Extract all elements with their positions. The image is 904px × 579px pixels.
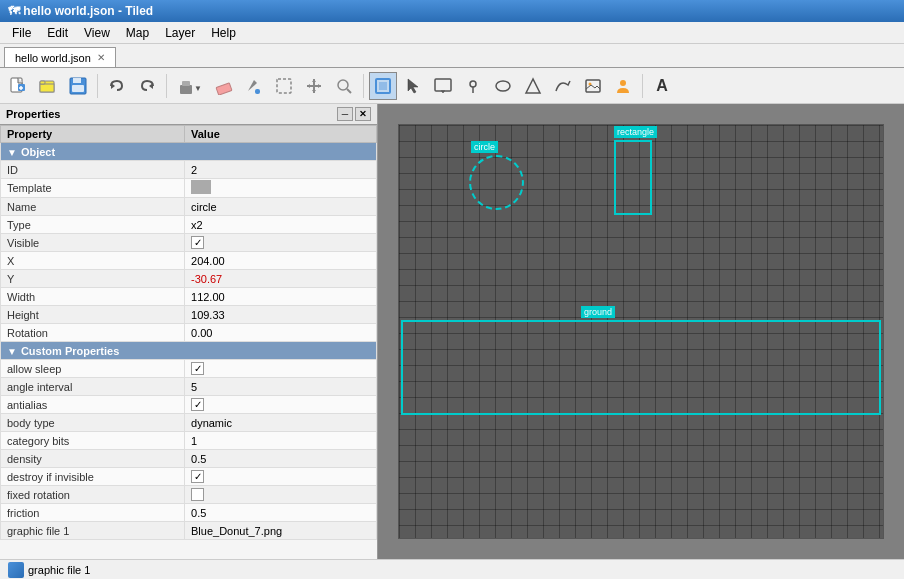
prop-value bbox=[185, 179, 377, 198]
props-table: Property Value ▼ObjectID2TemplateNamecir… bbox=[0, 125, 377, 540]
toolbar-move-btn[interactable] bbox=[300, 72, 328, 100]
menu-bar: File Edit View Map Layer Help bbox=[0, 22, 904, 44]
prop-name: Type bbox=[1, 216, 185, 234]
menu-edit[interactable]: Edit bbox=[39, 24, 76, 42]
new-icon bbox=[9, 77, 27, 95]
status-bar: graphic file 1 bbox=[0, 559, 904, 579]
toolbar-pin-btn[interactable] bbox=[459, 72, 487, 100]
svg-marker-11 bbox=[149, 83, 153, 89]
checkbox[interactable]: ✓ bbox=[191, 398, 204, 411]
svg-rect-8 bbox=[73, 78, 81, 83]
col-property: Property bbox=[1, 126, 185, 143]
prop-name: Rotation bbox=[1, 324, 185, 342]
checkbox[interactable] bbox=[191, 488, 204, 501]
prop-name: Width bbox=[1, 288, 185, 306]
properties-title: Properties bbox=[6, 108, 60, 120]
tab-close-button[interactable]: ✕ bbox=[97, 52, 105, 63]
svg-rect-9 bbox=[72, 85, 84, 92]
prop-value[interactable]: 0.00 bbox=[185, 324, 377, 342]
properties-header: Properties ─ ✕ bbox=[0, 104, 377, 125]
toolbar-save-btn[interactable] bbox=[64, 72, 92, 100]
properties-controls: ─ ✕ bbox=[337, 107, 371, 121]
menu-file[interactable]: File bbox=[4, 24, 39, 42]
fill-icon bbox=[245, 77, 263, 95]
svg-point-29 bbox=[470, 81, 476, 87]
toolbar-fill-btn[interactable] bbox=[240, 72, 268, 100]
section-label: ▼Object bbox=[1, 143, 377, 161]
checkbox-cell: ✓ bbox=[191, 236, 370, 249]
prop-value[interactable]: 2 bbox=[185, 161, 377, 179]
toolbar-text-btn[interactable]: A bbox=[648, 72, 676, 100]
avatar-icon bbox=[614, 77, 632, 95]
prop-value[interactable]: 5 bbox=[185, 378, 377, 396]
tab-label: hello world.json bbox=[15, 52, 91, 64]
toolbar-stamp-btn[interactable]: ▼ bbox=[172, 72, 208, 100]
props-table-container: Property Value ▼ObjectID2TemplateNamecir… bbox=[0, 125, 377, 559]
prop-name: Visible bbox=[1, 234, 185, 252]
svg-rect-25 bbox=[379, 82, 387, 90]
toolbar-redo-btn[interactable] bbox=[133, 72, 161, 100]
prop-name: X bbox=[1, 252, 185, 270]
toolbar-zoom-btn[interactable] bbox=[330, 72, 358, 100]
tiled-canvas: circle rectangle ground bbox=[398, 124, 884, 539]
svg-marker-31 bbox=[526, 79, 540, 93]
canvas-area[interactable]: circle rectangle ground bbox=[378, 104, 904, 559]
tab-hello-world[interactable]: hello world.json ✕ bbox=[4, 47, 116, 67]
toolbar-undo-btn[interactable] bbox=[103, 72, 131, 100]
circle-shape bbox=[469, 155, 524, 210]
prop-value[interactable]: 109.33 bbox=[185, 306, 377, 324]
toolbar-open-btn[interactable] bbox=[34, 72, 62, 100]
save-icon bbox=[69, 77, 87, 95]
toolbar-triangle-btn[interactable] bbox=[519, 72, 547, 100]
close-panel-btn[interactable]: ✕ bbox=[355, 107, 371, 121]
toolbar-path-btn[interactable] bbox=[549, 72, 577, 100]
prop-value[interactable]: Blue_Donut_7.png bbox=[185, 522, 377, 540]
checkbox-cell: ✓ bbox=[191, 398, 370, 411]
toolbar-ellipse-btn[interactable] bbox=[489, 72, 517, 100]
triangle-icon bbox=[524, 77, 542, 95]
menu-help[interactable]: Help bbox=[203, 24, 244, 42]
prop-value[interactable]: 0.5 bbox=[185, 450, 377, 468]
rectangle-shape bbox=[614, 140, 652, 215]
svg-marker-21 bbox=[318, 84, 321, 88]
svg-text:▼: ▼ bbox=[194, 84, 201, 93]
status-graphic: graphic file 1 bbox=[8, 562, 90, 578]
toolbar-avatar-btn[interactable] bbox=[609, 72, 637, 100]
prop-name: fixed rotation bbox=[1, 486, 185, 504]
prop-value[interactable]: x2 bbox=[185, 216, 377, 234]
toolbar-image-btn[interactable] bbox=[579, 72, 607, 100]
prop-name: body type bbox=[1, 414, 185, 432]
toolbar: ▼ bbox=[0, 68, 904, 104]
prop-value[interactable]: dynamic bbox=[185, 414, 377, 432]
eraser-icon bbox=[215, 77, 233, 95]
toolbar-eraser-btn[interactable] bbox=[210, 72, 238, 100]
prop-name: Y bbox=[1, 270, 185, 288]
prop-value[interactable]: circle bbox=[185, 198, 377, 216]
toolbar-obj-mode-btn[interactable] bbox=[369, 72, 397, 100]
prop-value[interactable]: 112.00 bbox=[185, 288, 377, 306]
col-value: Value bbox=[185, 126, 377, 143]
toolbar-select-btn[interactable] bbox=[270, 72, 298, 100]
text-icon: A bbox=[656, 77, 668, 95]
stamp-icon: ▼ bbox=[179, 77, 201, 95]
checkbox-cell bbox=[191, 488, 370, 501]
prop-value: ✓ bbox=[185, 234, 377, 252]
checkbox[interactable]: ✓ bbox=[191, 236, 204, 249]
toolbar-monitor-btn[interactable] bbox=[429, 72, 457, 100]
image-icon bbox=[584, 77, 602, 95]
toolbar-new-btn[interactable] bbox=[4, 72, 32, 100]
toolbar-pointer-btn[interactable] bbox=[399, 72, 427, 100]
prop-value[interactable]: -30.67 bbox=[185, 270, 377, 288]
prop-name: antialias bbox=[1, 396, 185, 414]
minimize-btn[interactable]: ─ bbox=[337, 107, 353, 121]
checkbox[interactable]: ✓ bbox=[191, 362, 204, 375]
menu-view[interactable]: View bbox=[76, 24, 118, 42]
status-graphic-label: graphic file 1 bbox=[28, 564, 90, 576]
checkbox[interactable]: ✓ bbox=[191, 470, 204, 483]
prop-value[interactable]: 204.00 bbox=[185, 252, 377, 270]
checkbox-cell: ✓ bbox=[191, 470, 370, 483]
menu-map[interactable]: Map bbox=[118, 24, 157, 42]
prop-value[interactable]: 1 bbox=[185, 432, 377, 450]
menu-layer[interactable]: Layer bbox=[157, 24, 203, 42]
prop-value[interactable]: 0.5 bbox=[185, 504, 377, 522]
